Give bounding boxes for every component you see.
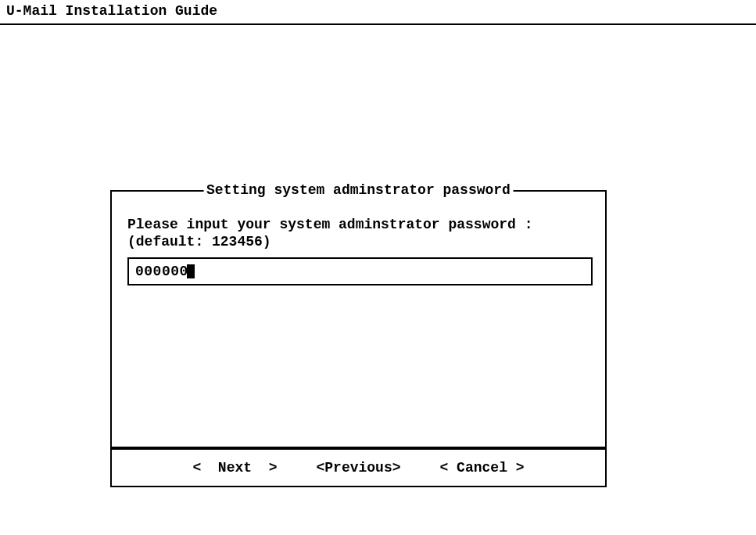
dialog-title: Setting system adminstrator password [203,182,514,198]
prompt-text-line2: (default: 123456) [127,234,589,250]
password-input-value: 000000 [135,264,188,279]
prompt-text-line1: Please input your system adminstrator pa… [127,217,589,232]
dialog-container: Setting system adminstrator password Ple… [110,190,607,487]
text-cursor-icon [187,264,195,278]
cancel-button[interactable]: < Cancel > [440,460,525,476]
page-title: U-Mail Installation Guide [6,3,217,19]
dialog-frame: Setting system adminstrator password Ple… [110,190,607,448]
next-button[interactable]: < Next > [192,460,277,476]
button-bar: < Next > <Previous> < Cancel > [110,448,607,487]
previous-button[interactable]: <Previous> [316,460,400,476]
dialog-body: Please input your system adminstrator pa… [112,192,605,301]
page-header: U-Mail Installation Guide [0,0,756,25]
password-input[interactable]: 000000 [127,257,593,285]
